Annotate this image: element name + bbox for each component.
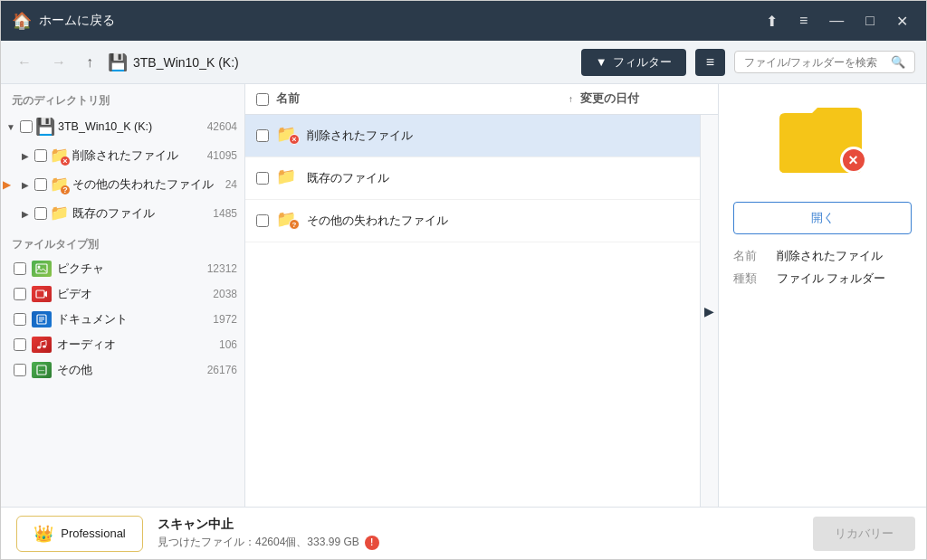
dir-section-title: 元のディレクトリ別 [1,84,244,112]
deleted-checkbox[interactable] [34,149,47,162]
row-lost-checkbox[interactable] [256,214,269,227]
minimize-button[interactable]: — [822,9,851,33]
open-button[interactable]: 開く [733,202,912,234]
existing-expand-icon[interactable]: ▶ [19,209,32,219]
search-input[interactable] [744,56,885,69]
hamburger-menu-button[interactable]: ≡ [695,49,725,76]
home-label: ホームに戻る [39,13,115,29]
filter-button[interactable]: ▼ フィルター [581,49,686,76]
scan-title: スキャン中止 [158,517,798,533]
root-count: 42604 [207,120,237,133]
preview-badge: × [840,147,867,174]
search-icon: 🔍 [891,55,905,69]
deleted-folder-icon: 📁 × [50,146,70,166]
scan-info: スキャン中止 見つけたファイル：42604個、333.99 GB ! [143,517,813,550]
other-checkbox[interactable] [14,364,26,376]
sidebar-item-existing[interactable]: ▶ 📁 既存のファイル 1485 [1,199,244,228]
right-panel: × 開く 名前 削除されたファイル 種類 ファイル フォルダー [718,84,926,507]
root-checkbox[interactable] [20,120,33,133]
sidebar-filetype-other[interactable]: ··· その他 26176 [1,357,244,383]
document-checkbox[interactable] [14,313,26,326]
up-button[interactable]: ↑ [81,51,99,74]
preview-icon-area: × [778,102,868,184]
recovery-button[interactable]: リカバリー [813,517,915,551]
deleted-expand-icon[interactable]: ▶ [19,151,32,161]
file-list-with-scroll: 📁× 削除されたファイル 📁 既存のファイル [245,115,718,507]
toolbar: ← → ↑ 💾 3TB_Win10_K (K:) ▼ フィルター ≡ 🔍 [1,41,926,84]
col-date-label: 変更の日付 [580,91,707,107]
title-bar-controls: ⬆ ≡ — □ ✕ [759,9,915,33]
sidebar-filetype-audio[interactable]: オーディオ 106 [1,332,244,357]
drive-icon: 💾 [108,52,128,72]
lost-checkbox[interactable] [34,178,47,191]
back-button[interactable]: ← [12,51,37,74]
file-row-existing[interactable]: 📁 既存のファイル [245,157,700,200]
sidebar-root-item[interactable]: ▼ 💾 3TB_Win10_K (K:) 42604 [1,112,244,141]
arrow-marker: ▶ [3,178,11,191]
lost-folder-icon: 📁 ? [50,175,70,195]
video-label: ビデオ [57,287,207,302]
document-label: ドキュメント [57,312,207,327]
col-name-label: 名前 [276,91,558,107]
row-existing-checkbox[interactable] [256,172,269,185]
scroll-indicator: ▶ [700,115,718,507]
path-label: 3TB_Win10_K (K:) [133,55,239,70]
row-deleted-icon: 📁× [276,124,300,147]
path-area: 💾 3TB_Win10_K (K:) [108,52,239,72]
meta-row-name: 名前 削除されたファイル [733,249,912,264]
row-lost-name: その他の失われたファイル [307,213,555,229]
maximize-button[interactable]: □ [858,9,882,33]
menu-button[interactable]: ≡ [792,9,815,33]
sort-icon[interactable]: ↑ [569,94,573,104]
share-button[interactable]: ⬆ [759,9,785,33]
file-list-area: 名前 ↑ 変更の日付 📁× 削除されたファイル [245,84,718,507]
row-existing-name: 既存のファイル [307,170,555,186]
filter-icon: ▼ [596,55,607,69]
meta-row-type: 種類 ファイル フォルダー [733,271,912,287]
audio-checkbox[interactable] [14,338,26,351]
title-bar: 🏠 ホームに戻る ⬆ ≡ — □ ✕ [1,1,926,41]
bottom-bar: 👑 Professional スキャン中止 見つけたファイル：42604個、33… [1,507,926,559]
select-all-checkbox[interactable] [256,93,269,106]
lost-label: その他の失われたファイル [72,177,223,193]
picture-checkbox[interactable] [14,262,26,275]
row-deleted-checkbox[interactable] [256,129,269,142]
forward-button[interactable]: → [46,51,72,74]
sidebar-filetype-document[interactable]: ドキュメント 1972 [1,307,244,332]
svg-point-7 [37,346,41,349]
pro-label: Professional [61,527,126,540]
sidebar-item-lost[interactable]: ▶ ▶ 📁 ? その他の失われたファイル 24 [1,170,244,199]
file-row-deleted[interactable]: 📁× 削除されたファイル [245,115,700,157]
sidebar-filetype-picture[interactable]: ピクチャ 12312 [1,256,244,281]
meta-val-type: ファイル フォルダー [777,271,885,287]
document-count: 1972 [213,313,237,326]
meta-key-type: 種類 [733,271,769,287]
audio-label: オーディオ [57,337,214,353]
existing-checkbox[interactable] [34,207,47,220]
close-button[interactable]: ✕ [889,9,915,33]
existing-folder-icon: 📁 [50,204,70,223]
lost-expand-icon[interactable]: ▶ [19,180,32,190]
file-row-lost[interactable]: 📁? その他の失われたファイル [245,200,700,242]
pro-button[interactable]: 👑 Professional [16,516,143,552]
lost-count: 24 [225,178,237,191]
existing-count: 1485 [213,207,237,220]
meta-val-name: 削除されたファイル [777,249,883,264]
svg-rect-2 [36,290,44,298]
audio-count: 106 [219,338,237,351]
svg-point-8 [43,346,46,348]
other-icon: ··· [32,362,52,378]
meta-key-name: 名前 [733,249,769,264]
expand-panel-icon[interactable]: ▶ [704,304,714,318]
row-lost-icon: 📁? [276,209,300,233]
row-existing-icon: 📁 [276,166,300,190]
picture-count: 12312 [207,262,237,275]
video-checkbox[interactable] [14,288,26,300]
preview-folder-wrapper: × [778,102,864,177]
root-label: 3TB_Win10_K (K:) [58,120,205,133]
sidebar-filetype-video[interactable]: ビデオ 2038 [1,281,244,307]
sidebar-item-deleted[interactable]: ▶ 📁 × 削除されたファイル 41095 [1,141,244,170]
sidebar: 元のディレクトリ別 ▼ 💾 3TB_Win10_K (K:) 42604 ▶ 📁… [1,84,245,507]
root-expand-icon[interactable]: ▼ [5,122,17,132]
deleted-label: 削除されたファイル [72,148,205,164]
